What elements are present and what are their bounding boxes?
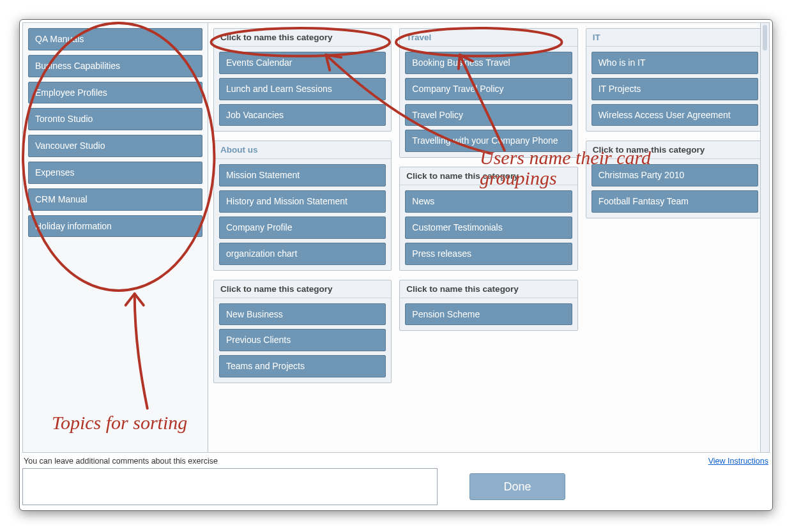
category-group[interactable]: Click to name this categoryChristmas Par… (586, 141, 764, 218)
unsorted-card[interactable]: Toronto Studio (28, 108, 202, 130)
category-body[interactable]: Events CalendarLunch and Learn SessionsJ… (214, 47, 391, 131)
sorted-card[interactable]: News (405, 190, 572, 213)
comment-label: You can leave additional comments about … (24, 457, 218, 466)
sorted-card[interactable]: Travel Policy (405, 104, 572, 126)
unsorted-card[interactable]: CRM Manual (28, 188, 202, 211)
category-name-input[interactable]: Click to name this category (400, 167, 577, 185)
sorted-card[interactable]: Christmas Party 2010 (591, 164, 758, 186)
category-group[interactable]: About usMission StatementHistory and Mis… (213, 141, 392, 270)
category-group[interactable]: Click to name this categoryEvents Calend… (213, 28, 392, 132)
done-button[interactable]: Done (469, 473, 565, 500)
category-column: Click to name this categoryEvents Calend… (213, 28, 392, 447)
sorted-card[interactable]: organization chart (219, 243, 386, 265)
category-body[interactable]: Booking Business TravelCompany Travel Po… (400, 47, 577, 157)
main-area: QA ManualsBusiness CapabilitiesEmployee … (22, 22, 770, 453)
sorted-card[interactable]: Booking Business Travel (405, 52, 572, 74)
category-body[interactable]: NewsCustomer TestimonialsPress releases (400, 185, 577, 270)
categories-area[interactable]: Click to name this categoryEvents Calend… (208, 23, 769, 452)
sorted-card[interactable]: Pension Scheme (405, 303, 572, 326)
sorted-card[interactable]: New Business (219, 303, 386, 326)
unsorted-card[interactable]: Expenses (28, 162, 202, 184)
category-name-input[interactable]: Click to name this category (214, 280, 391, 298)
unsorted-card[interactable]: Holiday information (28, 215, 202, 238)
sorted-card[interactable]: Job Vacancies (219, 104, 386, 126)
sorted-card[interactable]: Football Fantasy Team (591, 190, 758, 213)
category-group[interactable]: TravelBooking Business TravelCompany Tra… (399, 28, 577, 158)
footer: You can leave additional comments about … (22, 455, 770, 508)
category-name-input[interactable]: IT (586, 29, 763, 47)
sorted-card[interactable]: Company Profile (219, 217, 386, 239)
vertical-scrollbar[interactable] (760, 23, 769, 452)
sorted-card[interactable]: Customer Testimonials (405, 217, 572, 239)
category-name-input[interactable]: Travel (400, 29, 577, 47)
sorted-card[interactable]: Who is in IT (591, 52, 758, 74)
app-window: QA ManualsBusiness CapabilitiesEmployee … (19, 19, 773, 511)
category-group[interactable]: Click to name this categoryNewsCustomer … (399, 167, 577, 270)
sorted-card[interactable]: Lunch and Learn Sessions (219, 78, 386, 100)
category-body[interactable]: Pension Scheme (400, 298, 577, 331)
category-group[interactable]: Click to name this categoryNew BusinessP… (213, 280, 392, 383)
category-name-input[interactable]: Click to name this category (400, 280, 577, 298)
sorted-card[interactable]: Company Travel Policy (405, 78, 572, 100)
sorted-card[interactable]: Travelling with your Company Phone (405, 130, 572, 152)
sorted-card[interactable]: Teams and Projects (219, 355, 386, 377)
category-body[interactable]: Mission StatementHistory and Mission Sta… (214, 159, 391, 270)
sorted-card[interactable]: IT Projects (591, 78, 758, 100)
sorted-card[interactable]: History and Mission Statement (219, 190, 386, 213)
unsorted-cards-sidebar[interactable]: QA ManualsBusiness CapabilitiesEmployee … (23, 23, 208, 452)
category-group[interactable]: ITWho is in ITIT ProjectsWireless Access… (586, 28, 764, 132)
category-body[interactable]: Who is in ITIT ProjectsWireless Access U… (586, 47, 763, 131)
sorted-card[interactable]: Events Calendar (219, 52, 386, 74)
category-body[interactable]: Christmas Party 2010Football Fantasy Tea… (586, 159, 763, 218)
unsorted-card[interactable]: Vancouver Studio (28, 135, 202, 157)
category-name-input[interactable]: About us (214, 141, 391, 159)
sorted-card[interactable]: Press releases (405, 243, 572, 265)
comment-textarea[interactable] (22, 468, 438, 505)
unsorted-card[interactable]: QA Manuals (28, 28, 202, 50)
category-body[interactable]: New BusinessPrevious ClientsTeams and Pr… (214, 298, 391, 383)
sorted-card[interactable]: Previous Clients (219, 329, 386, 351)
view-instructions-link[interactable]: View Instructions (708, 457, 768, 466)
category-group[interactable]: Click to name this categoryPension Schem… (399, 280, 577, 331)
sorted-card[interactable]: Wireless Access User Agreement (591, 104, 758, 126)
unsorted-card[interactable]: Business Capabilities (28, 55, 202, 77)
category-name-input[interactable]: Click to name this category (586, 141, 763, 159)
sorted-card[interactable]: Mission Statement (219, 164, 386, 186)
unsorted-card[interactable]: Employee Profiles (28, 82, 202, 104)
category-name-input[interactable]: Click to name this category (214, 29, 391, 47)
category-column: ITWho is in ITIT ProjectsWireless Access… (586, 28, 764, 447)
category-column: TravelBooking Business TravelCompany Tra… (399, 28, 577, 447)
